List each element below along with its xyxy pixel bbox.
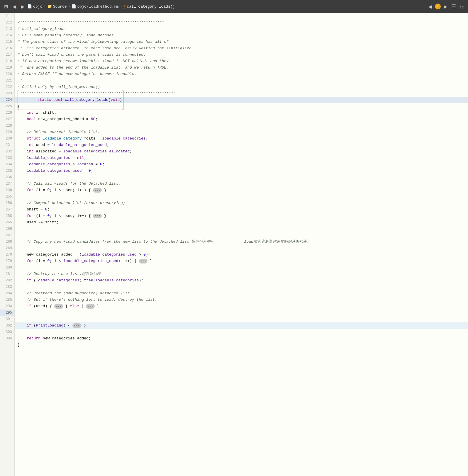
code-line-211: [15, 13, 468, 19]
code-line-270: [15, 264, 468, 271]
ellipsis-238[interactable]: •••: [93, 188, 102, 193]
code-line-238: for (i = 0; i < used; i++) { ••• }: [15, 187, 468, 193]
ln-282: 282: [0, 277, 14, 284]
ln-231: 231: [0, 142, 14, 148]
breadcrumb-icon-mm: 📄: [72, 4, 76, 9]
toolbar: ⊞ ◀ ▶ 📄 objc › 📁 Source › 📄 objc-loadmet…: [0, 0, 468, 13]
breadcrumb-function[interactable]: call_category_loads(): [127, 4, 175, 9]
ln-238: 238: [0, 187, 14, 193]
code-line-230: struct loadable_category *cats = loadabl…: [15, 135, 468, 142]
code-line-220: * Return FALSE if no new categories beca…: [15, 71, 468, 77]
ln-258: 258: [0, 213, 14, 219]
code-line-256: // Compact detached list (order-preservi…: [15, 200, 468, 206]
code-line-226: int i, shift;: [15, 110, 468, 116]
nav-prev-button[interactable]: ◀: [427, 3, 433, 11]
code-line-214: * Call some pending category +load metho…: [15, 32, 468, 39]
ln-281: 281: [0, 271, 14, 277]
breadcrumb-mm-file[interactable]: objc-loadmethod.mm: [77, 4, 118, 9]
code-line-257: shift = 0;: [15, 206, 468, 213]
ln-221: 221: [0, 77, 14, 84]
ln-269: 269: [0, 245, 14, 251]
ln-302: 302: [0, 322, 14, 329]
ln-229: 229: [0, 129, 14, 135]
code-line-217: * Don't call +load unless the parent cla…: [15, 52, 468, 58]
ellipsis-284a[interactable]: •••: [54, 304, 63, 309]
ln-294: 294: [0, 303, 14, 310]
ellipsis-295[interactable]: •••: [72, 323, 81, 328]
breadcrumb-icon-fn: ƒ: [123, 4, 126, 9]
split-button[interactable]: ⊡: [459, 2, 466, 11]
ln-304: 304: [0, 335, 14, 342]
code-line-302: return new_categories_added;: [15, 335, 468, 342]
breadcrumb-icon-objc: 📄: [27, 4, 32, 9]
code-line-228: [15, 123, 468, 129]
ln-223: 223: [0, 90, 14, 97]
ln-265: 265: [0, 219, 14, 226]
code-line-295: if (PrintLoading) { ••• }: [15, 322, 468, 329]
ellipsis-284b[interactable]: •••: [86, 304, 95, 309]
code-line-234: loadable_categories_allocated = 0;: [15, 161, 468, 168]
code-line-301: [15, 329, 468, 335]
code-line-304: [15, 348, 468, 355]
ln-267: 267: [0, 232, 14, 239]
code-line-215: * The parent class of the +load-implemen…: [15, 39, 468, 45]
forward-button[interactable]: ▶: [19, 3, 26, 11]
ln-226: 226: [0, 110, 14, 116]
ln-279: 279: [0, 258, 14, 264]
code-line-255: [15, 193, 468, 200]
code-line-265: used -= shift;: [15, 219, 468, 226]
ln-216: 216: [0, 45, 14, 52]
ln-224: 224: [0, 97, 14, 103]
code-line-279: // Destroy the new list.销毁新列表: [15, 271, 468, 277]
breadcrumb-objc[interactable]: objc: [33, 4, 42, 9]
code-line-233: loadable_categories = nil;: [15, 155, 468, 161]
back-button[interactable]: ◀: [11, 3, 18, 11]
breadcrumb-sep-1: ›: [43, 4, 46, 9]
code-content[interactable]: /***************************************…: [15, 13, 468, 476]
code-line-235: loadable_categories_used = 0;: [15, 168, 468, 174]
breadcrumb-source[interactable]: Source: [53, 4, 67, 9]
code-line-221: *: [15, 77, 468, 84]
ln-270: 270: [0, 251, 14, 258]
ln-268: 268: [0, 239, 14, 245]
ln-218: 218: [0, 58, 14, 64]
code-line-227: bool new_categories_added = NO;: [15, 116, 468, 123]
code-line-258: for (i = 0; i < used; i++) { ••• }: [15, 213, 468, 219]
ln-301: 301: [0, 316, 14, 322]
code-line-268: new_categories_added = (loadable_categor…: [15, 251, 468, 258]
code-line-280: if (loadable_categories) free(loadable_c…: [15, 277, 468, 284]
ellipsis-258[interactable]: •••: [93, 214, 102, 218]
ln-295: 295: [0, 310, 14, 316]
ln-230: 230: [0, 135, 14, 142]
ln-211: 211: [0, 13, 14, 19]
ln-234: 234: [0, 161, 14, 168]
toolbar-right: ◀ ! ▶ ☰ ⊡: [427, 2, 466, 11]
ln-222: 222: [0, 84, 14, 90]
code-line-232: int allocated = loadable_categories_allo…: [15, 148, 468, 155]
ln-266: 266: [0, 226, 14, 232]
code-line-269: for (i = 0; i < loadable_categories_used…: [15, 258, 468, 264]
nav-next-button[interactable]: ▶: [442, 3, 448, 11]
code-line-229: // Detach current loadable list.: [15, 129, 468, 135]
breadcrumb-sep-3: ›: [120, 4, 122, 9]
ln-255: 255: [0, 193, 14, 200]
ln-212: 212: [0, 19, 14, 26]
line-numbers: 211 212 213 214 215 216 217 218 219 220 …: [0, 13, 15, 476]
code-line-213: * call_category_loads: [15, 26, 468, 32]
layout-button[interactable]: ☰: [450, 2, 457, 11]
code-line-281: [15, 284, 468, 290]
ln-220: 220: [0, 71, 14, 77]
ln-232: 232: [0, 148, 14, 155]
ln-215: 215: [0, 39, 14, 45]
code-line-303: }: [15, 342, 468, 348]
ln-283: 283: [0, 284, 14, 290]
grid-button[interactable]: ⊞: [2, 3, 10, 11]
ln-217: 217: [0, 52, 14, 58]
code-area: 211 212 213 214 215 216 217 218 219 220 …: [0, 13, 468, 476]
ln-257: 257: [0, 206, 14, 213]
ln-219: 219: [0, 64, 14, 71]
breadcrumb-icon-folder: 📁: [47, 4, 52, 9]
code-line-285: [15, 310, 468, 316]
code-line-266: [15, 226, 468, 232]
ellipsis-269[interactable]: •••: [139, 259, 148, 264]
